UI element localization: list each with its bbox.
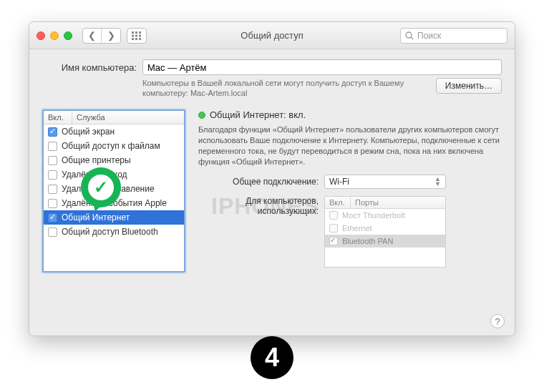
window-body: Имя компьютера: Компьютеры в Вашей локал… — [29, 49, 515, 335]
help-button[interactable]: ? — [490, 314, 505, 328]
preferences-window: ❮ ❯ Общий доступ Поиск Имя компьютера: — [29, 21, 515, 336]
service-checkbox[interactable] — [48, 142, 57, 151]
nav-segment: ❮ ❯ — [82, 28, 121, 44]
port-label: Ethernet — [342, 224, 372, 232]
titlebar: ❮ ❯ Общий доступ Поиск — [29, 22, 515, 49]
svg-rect-2 — [139, 31, 141, 34]
port-label: Bluetooth PAN — [342, 237, 393, 245]
port-checkbox[interactable] — [329, 211, 338, 220]
service-label: Общий экран — [62, 127, 115, 137]
service-checkbox[interactable] — [48, 185, 57, 194]
services-header-name: Служба — [72, 111, 110, 124]
computer-name-label: Имя компьютера: — [42, 62, 137, 73]
service-checkbox[interactable] — [48, 213, 57, 222]
back-button[interactable]: ❮ — [83, 29, 102, 43]
service-checkbox[interactable] — [48, 227, 57, 237]
service-checkbox[interactable] — [48, 170, 57, 180]
share-from-value: Wi-Fi — [329, 177, 349, 187]
service-label: Общие принтеры — [62, 155, 131, 165]
window-controls — [37, 31, 72, 40]
service-label: Общий доступ Bluetooth — [62, 227, 158, 237]
service-checkbox[interactable] — [48, 127, 57, 137]
port-label: Мост Thunderbolt — [342, 211, 405, 220]
search-field[interactable]: Поиск — [400, 28, 507, 44]
svg-line-10 — [411, 37, 413, 39]
status-label: Общий Интернет: вкл. — [210, 109, 306, 120]
search-placeholder: Поиск — [417, 31, 441, 41]
ports-table[interactable]: Вкл. Порты Мост ThunderboltEthernetBluet… — [324, 196, 446, 268]
ports-header-name: Порты — [351, 197, 383, 208]
port-checkbox[interactable] — [329, 237, 338, 245]
share-from-select[interactable]: Wi-Fi ▲▼ — [324, 175, 446, 189]
svg-rect-7 — [135, 38, 137, 40]
service-label: Удалённые события Apple — [62, 198, 167, 208]
port-row[interactable]: Мост Thunderbolt — [325, 209, 445, 222]
ports-header-on: Вкл. — [325, 197, 351, 208]
service-row[interactable]: Общий Интернет — [44, 210, 184, 225]
svg-rect-6 — [132, 38, 134, 40]
svg-rect-1 — [135, 31, 137, 34]
service-row[interactable]: Общий экран — [44, 124, 184, 139]
close-icon[interactable] — [37, 31, 45, 40]
service-row[interactable]: Общий доступ Bluetooth — [44, 225, 184, 239]
computer-name-input[interactable] — [142, 59, 502, 75]
minimize-icon[interactable] — [50, 31, 59, 40]
zoom-icon[interactable] — [64, 31, 72, 40]
forward-button[interactable]: ❯ — [102, 29, 120, 43]
services-header-on: Вкл. — [44, 111, 72, 124]
detail-pane: Общий Интернет: вкл. Благодаря функции «… — [198, 109, 502, 275]
status-row: Общий Интернет: вкл. — [198, 109, 502, 120]
port-checkbox[interactable] — [329, 224, 338, 232]
service-row[interactable]: Общий доступ к файлам — [44, 139, 184, 153]
svg-point-9 — [406, 32, 412, 38]
show-all-button[interactable] — [127, 28, 147, 44]
share-from-label: Общее подключение: — [198, 177, 319, 187]
service-label: Общий доступ к файлам — [62, 141, 160, 151]
to-computers-label: Для компьютеров, использующих: — [198, 196, 319, 216]
port-row[interactable]: Bluetooth PAN — [325, 235, 445, 248]
edit-hostname-button[interactable]: Изменить… — [436, 78, 502, 94]
svg-rect-4 — [135, 34, 137, 36]
service-row[interactable]: Удалённое управление — [44, 182, 184, 196]
service-label: Общий Интернет — [62, 212, 130, 222]
services-header: Вкл. Служба — [44, 111, 184, 124]
step-number-badge: 4 — [251, 336, 293, 379]
svg-rect-0 — [132, 31, 134, 34]
svg-rect-8 — [139, 38, 141, 40]
search-icon — [405, 31, 414, 40]
service-row[interactable]: Удалённые события Apple — [44, 196, 184, 210]
chevron-updown-icon: ▲▼ — [434, 177, 441, 187]
port-row[interactable]: Ethernet — [325, 222, 445, 235]
service-checkbox[interactable] — [48, 156, 57, 165]
computer-name-description: Компьютеры в Вашей локальной сети могут … — [142, 78, 427, 98]
detail-description: Благодаря функции «Общий Интернет» польз… — [198, 124, 502, 167]
status-dot-icon — [198, 112, 205, 119]
service-row[interactable]: Удалённый вход — [44, 167, 184, 182]
service-label: Удалённое управление — [62, 184, 155, 194]
service-checkbox[interactable] — [48, 199, 57, 208]
ports-header: Вкл. Порты — [325, 197, 445, 209]
grid-icon — [132, 31, 142, 40]
service-row[interactable]: Общие принтеры — [44, 153, 184, 167]
svg-rect-3 — [132, 34, 134, 36]
service-label: Удалённый вход — [62, 170, 127, 180]
services-table[interactable]: Вкл. Служба Общий экранОбщий доступ к фа… — [42, 109, 185, 273]
svg-rect-5 — [139, 34, 141, 36]
